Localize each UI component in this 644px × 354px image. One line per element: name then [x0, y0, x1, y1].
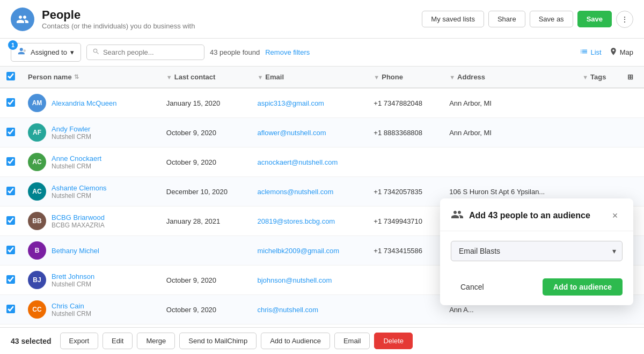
email-link[interactable]: acnockaert@nutshell.com — [257, 158, 338, 166]
search-icon — [92, 48, 100, 57]
remove-filters-link[interactable]: Remove filters — [265, 48, 310, 56]
svg-point-0 — [20, 48, 23, 51]
save-as-button[interactable]: Save as — [530, 11, 573, 27]
avatar: AM — [28, 94, 46, 112]
person-name[interactable]: Ashante Clemons — [52, 184, 107, 192]
bottom-action-bar: 43 selected Export Edit Merge Send to Ma… — [0, 327, 644, 354]
search-input[interactable] — [103, 48, 199, 56]
export-button[interactable]: Export — [60, 333, 99, 349]
col-options[interactable]: ⊞ — [621, 67, 644, 88]
email-link[interactable]: michelbk2009@gmail.com — [257, 247, 339, 255]
email-cell: aspic313@gmail.com — [251, 88, 367, 118]
row-checkbox-cell[interactable] — [0, 148, 21, 177]
person-company: Nutshell CRM — [52, 192, 107, 200]
email-cell: aflower@nutshell.com — [251, 118, 367, 148]
chevron-down-icon: ▾ — [70, 48, 74, 56]
search-box[interactable] — [86, 45, 204, 60]
row-checkbox-cell[interactable] — [0, 236, 21, 266]
select-all-header[interactable] — [0, 67, 21, 88]
row-checkbox-cell[interactable] — [0, 177, 21, 206]
avatar: B — [28, 241, 46, 260]
email-link[interactable]: 20819@stores.bcbg.com — [257, 217, 335, 225]
edit-button[interactable]: Edit — [103, 333, 133, 349]
filter-col-icon: ▼ — [166, 74, 172, 80]
row-checkbox-cell[interactable] — [0, 118, 21, 148]
assigned-to-filter[interactable]: 1 Assigned to ▾ — [11, 43, 81, 62]
modal-close-button[interactable]: × — [608, 208, 623, 223]
person-name-cell: ACAnne CnockaertNutshell CRM — [21, 148, 160, 177]
map-view-button[interactable]: Map — [609, 47, 633, 57]
row-checkbox[interactable] — [6, 128, 15, 136]
page-header: People Contacts (or the individuals) you… — [0, 0, 644, 39]
row-checkbox[interactable] — [6, 157, 15, 166]
row-checkbox[interactable] — [6, 187, 15, 195]
cancel-button[interactable]: Cancel — [451, 278, 494, 296]
row-checkbox-cell[interactable] — [0, 295, 21, 324]
phone-cell: +1 7349943710 — [367, 206, 443, 236]
row-checkbox-cell[interactable] — [0, 206, 21, 236]
columns-icon: ⊞ — [627, 73, 633, 81]
list-icon — [580, 47, 588, 57]
save-button[interactable]: Save — [577, 11, 612, 27]
modal-title: Add 43 people to an audience — [451, 208, 590, 223]
col-person-name[interactable]: Person name ⇅ — [21, 67, 160, 88]
person-name[interactable]: Anne Cnockaert — [52, 154, 101, 163]
address-cell: Ann Arbor, MI — [443, 88, 576, 118]
col-address[interactable]: ▼ Address — [443, 67, 576, 88]
row-checkbox[interactable] — [6, 216, 15, 225]
email-cell: aclemons@nutshell.com — [251, 177, 367, 206]
person-name[interactable]: Brett Johnson — [52, 272, 94, 281]
person-name[interactable]: Alexandria McQueen — [52, 99, 116, 107]
toolbar: 1 Assigned to ▾ 43 people found Remove f… — [0, 39, 644, 67]
email-link[interactable]: chris@nutshell.com — [257, 306, 318, 314]
avatar: AC — [28, 153, 46, 171]
list-view-button[interactable]: List — [580, 47, 601, 57]
last-contact-cell: October 9, 2020 — [160, 118, 251, 148]
audience-select[interactable]: Email Blasts — [451, 241, 623, 261]
phone-cell — [367, 266, 443, 295]
person-name[interactable]: Andy Fowler — [52, 125, 91, 133]
address-cell: Ann Arbor, MI — [443, 118, 576, 148]
person-name[interactable]: BCBG Briarwood — [52, 213, 105, 222]
avatar: BB — [28, 212, 46, 230]
list-view-label: List — [590, 48, 601, 56]
row-checkbox-cell[interactable] — [0, 266, 21, 295]
send-to-mailchimp-button[interactable]: Send to MailChimp — [179, 333, 257, 349]
audience-select-wrapper: Email Blasts ▾ — [451, 241, 623, 261]
person-company: Nutshell CRM — [52, 310, 91, 318]
email-link[interactable]: aclemons@nutshell.com — [257, 188, 333, 196]
my-saved-lists-button[interactable]: My saved lists — [422, 11, 484, 27]
row-checkbox[interactable] — [6, 275, 15, 284]
phone-cell — [367, 295, 443, 324]
col-last-contact[interactable]: ▼ Last contact — [160, 67, 251, 88]
row-checkbox[interactable] — [6, 246, 15, 254]
add-to-audience-modal: Add 43 people to an audience × Email Bla… — [440, 198, 633, 305]
merge-button[interactable]: Merge — [137, 333, 175, 349]
tags-cell — [576, 88, 621, 118]
modal-title-text: Add 43 people to an audience — [469, 211, 590, 220]
more-icon: ⋮ — [621, 15, 628, 24]
person-company: Nutshell CRM — [52, 281, 94, 288]
share-button[interactable]: Share — [488, 11, 525, 27]
col-tags[interactable]: ▼ Tags — [576, 67, 621, 88]
person-name[interactable]: Bethany Michel — [52, 247, 99, 255]
email-link[interactable]: bjohnson@nutshell.com — [257, 276, 332, 284]
svg-point-1 — [24, 49, 26, 52]
row-checkbox-cell[interactable] — [0, 88, 21, 118]
email-button[interactable]: Email — [334, 333, 370, 349]
address-cell — [443, 148, 576, 177]
last-contact-cell: October 9, 2020 — [160, 266, 251, 295]
add-to-audience-confirm-button[interactable]: Add to audience — [543, 278, 623, 296]
select-all-checkbox[interactable] — [6, 72, 15, 80]
person-name[interactable]: Chris Cain — [52, 302, 91, 310]
add-to-audience-button[interactable]: Add to Audience — [261, 333, 330, 349]
phone-cell: +1 7342057835 — [367, 177, 443, 206]
delete-button[interactable]: Delete — [374, 333, 413, 349]
email-link[interactable]: aspic313@gmail.com — [257, 99, 324, 107]
col-email[interactable]: ▼ Email — [251, 67, 367, 88]
more-options-button[interactable]: ⋮ — [616, 11, 633, 28]
row-checkbox[interactable] — [6, 305, 15, 313]
email-link[interactable]: aflower@nutshell.com — [257, 129, 326, 137]
col-phone[interactable]: ▼ Phone — [367, 67, 443, 88]
row-checkbox[interactable] — [6, 98, 15, 107]
